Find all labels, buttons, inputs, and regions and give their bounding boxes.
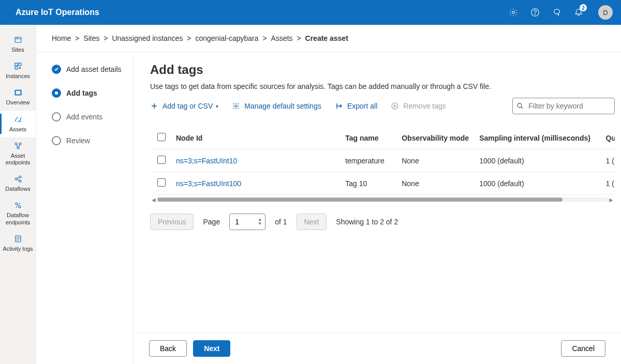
user-avatar[interactable]: D <box>598 5 613 20</box>
sidebar-item-label: Instances <box>6 73 30 80</box>
row-checkbox[interactable] <box>157 178 166 187</box>
next-button[interactable]: Next <box>193 340 230 357</box>
scroll-thumb[interactable] <box>157 198 563 202</box>
add-tag-label: Add tag or CSV <box>162 102 213 110</box>
sidebar-item-dataflows[interactable]: Dataflows <box>0 170 36 196</box>
pending-step-icon <box>52 112 61 122</box>
search-icon <box>516 102 524 110</box>
step-label: Add tags <box>66 89 97 97</box>
svg-point-12 <box>15 178 17 180</box>
breadcrumb-item[interactable]: congenial-capybara <box>195 34 258 42</box>
sidebar-item-assets[interactable]: Assets <box>0 111 36 137</box>
step-asset-details[interactable]: Add asset details <box>52 65 125 74</box>
scroll-track[interactable] <box>157 198 608 202</box>
svg-rect-4 <box>15 63 18 66</box>
export-all-label: Export all <box>347 102 377 110</box>
sidebar-item-label: Asset endpoints <box>2 153 34 166</box>
remove-tags-button: Remove tags <box>391 102 446 110</box>
breadcrumb-item[interactable]: Home <box>52 34 71 42</box>
column-header-node[interactable]: Node Id <box>171 127 340 149</box>
qu-cell: 1 ( <box>601 172 615 195</box>
svg-rect-5 <box>19 63 21 66</box>
manage-settings-label: Manage default settings <box>244 102 321 110</box>
breadcrumb-current: Create asset <box>305 34 348 42</box>
previous-page-button: Previous <box>150 214 194 230</box>
row-checkbox[interactable] <box>157 156 166 164</box>
table-row[interactable]: ns=3;s=FastUInt100 Tag 10 None 1000 (def… <box>150 172 615 195</box>
topbar-icons: 2 D <box>508 5 613 20</box>
page-number-field[interactable]: ▲ ▼ <box>229 214 265 230</box>
scroll-left-icon[interactable]: ◀ <box>150 197 157 203</box>
table-header-row: Node Id Tag name Observability mode Samp… <box>150 127 615 149</box>
svg-point-13 <box>19 176 21 178</box>
remove-icon <box>391 102 399 110</box>
step-label: Review <box>66 136 90 145</box>
plus-icon <box>150 102 158 110</box>
svg-rect-6 <box>15 67 18 69</box>
table-row[interactable]: ns=3;s=FastUInt10 temperature None 1000 … <box>150 149 615 172</box>
wizard-steps: Add asset details Add tags Add events Re… <box>36 52 134 364</box>
notifications-icon[interactable]: 2 <box>573 7 584 18</box>
sampling-cell: 1000 (default) <box>474 172 600 195</box>
step-add-tags[interactable]: Add tags <box>52 88 125 98</box>
svg-rect-8 <box>16 90 21 95</box>
sidebar-item-activity-logs[interactable]: Activity logs <box>0 230 36 256</box>
current-step-icon <box>52 88 61 98</box>
node-id-link[interactable]: ns=3;s=FastUInt10 <box>171 149 340 172</box>
svg-point-14 <box>19 180 21 182</box>
step-label: Add asset details <box>66 65 122 73</box>
sidebar-item-label: Overview <box>6 99 30 106</box>
sidebar-item-dataflow-endpoints[interactable]: Dataflow endpoints <box>0 196 36 230</box>
sidebar-item-label: Assets <box>9 126 26 133</box>
sidebar-item-sites[interactable]: Sites <box>0 31 36 57</box>
asset-endpoints-icon <box>13 141 23 150</box>
filter-input[interactable] <box>512 98 615 114</box>
sidebar-item-asset-endpoints[interactable]: Asset endpoints <box>0 137 36 170</box>
manage-settings-button[interactable]: Manage default settings <box>232 102 321 110</box>
export-icon <box>335 102 343 110</box>
scroll-right-icon[interactable]: ▶ <box>608 197 615 203</box>
feedback-icon[interactable] <box>552 7 562 18</box>
svg-point-11 <box>17 147 19 149</box>
qu-cell: 1 ( <box>601 149 615 172</box>
top-bar: Azure IoT Operations 2 D <box>0 0 621 25</box>
column-header-obs[interactable]: Observability mode <box>396 127 474 149</box>
breadcrumb-item[interactable]: Sites <box>83 34 99 42</box>
svg-point-9 <box>15 143 17 145</box>
step-review[interactable]: Review <box>52 136 125 145</box>
sidebar-item-label: Dataflows <box>5 186 30 192</box>
svg-rect-3 <box>15 37 21 42</box>
sidebar-item-overview[interactable]: Overview <box>0 84 36 110</box>
svg-point-20 <box>518 103 522 108</box>
sidebar-item-instances[interactable]: Instances <box>0 57 36 84</box>
page-number-input[interactable] <box>235 218 256 226</box>
sidebar-item-label: Activity logs <box>3 246 33 252</box>
breadcrumb-item[interactable]: Unassigned instances <box>112 34 183 42</box>
select-all-checkbox[interactable] <box>157 133 166 141</box>
main-panel: Add tags Use tags to get data from speci… <box>134 52 621 364</box>
chevron-down-icon: ▾ <box>216 103 218 109</box>
column-header-qu[interactable]: Qu <box>601 127 615 149</box>
cancel-button[interactable]: Cancel <box>561 340 605 357</box>
column-header-sampling[interactable]: Sampling interval (milliseconds) <box>474 127 600 149</box>
app-title: Azure IoT Operations <box>16 8 508 17</box>
settings-icon[interactable] <box>508 7 519 18</box>
back-button[interactable]: Back <box>149 340 187 357</box>
activity-logs-icon <box>13 234 23 244</box>
horizontal-scrollbar[interactable]: ◀ ▶ <box>150 195 615 204</box>
svg-point-15 <box>16 203 18 205</box>
tag-name-cell: temperature <box>340 149 396 172</box>
help-icon[interactable] <box>530 7 540 18</box>
page-label: Page <box>203 218 220 226</box>
overview-icon <box>13 88 23 97</box>
add-tag-button[interactable]: Add tag or CSV ▾ <box>150 102 218 110</box>
node-id-link[interactable]: ns=3;s=FastUInt100 <box>171 172 340 195</box>
step-add-events[interactable]: Add events <box>52 112 125 122</box>
assets-icon <box>13 115 23 124</box>
column-header-tag[interactable]: Tag name <box>340 127 396 149</box>
sites-icon <box>13 35 23 44</box>
spinner-down-icon[interactable]: ▼ <box>258 222 262 226</box>
breadcrumb-item[interactable]: Assets <box>271 34 293 42</box>
obs-mode-cell: None <box>396 149 474 172</box>
export-all-button[interactable]: Export all <box>335 102 377 110</box>
